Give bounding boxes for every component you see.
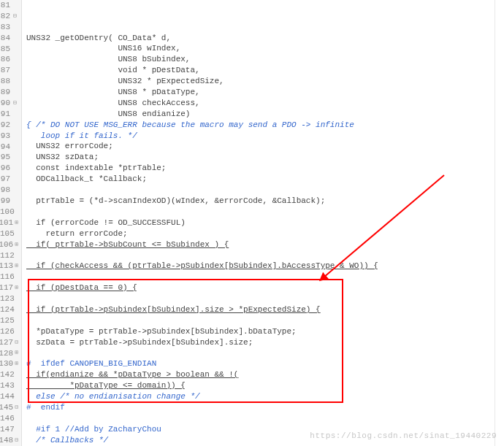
code-line[interactable]: if (pDestData == 0) { <box>26 282 504 293</box>
code-line[interactable]: UNS32 errorCode; <box>26 141 504 152</box>
line-number: 125 <box>0 315 18 326</box>
line-number: 91 <box>0 109 18 120</box>
line-number: 144 <box>0 391 18 402</box>
line-number: 116 <box>0 272 18 282</box>
line-gutter[interactable]: 8182⊟8384858687888990⊟919293949596979899… <box>0 0 22 446</box>
code-line[interactable]: UNS32 szData; <box>26 152 504 163</box>
code-line[interactable]: UNS8 endianize) <box>26 109 504 120</box>
line-number: 85 <box>0 44 18 55</box>
fold-expand-icon[interactable]: ⊞ <box>15 220 18 226</box>
code-line[interactable] <box>26 250 504 261</box>
line-number: 101⊞ <box>0 218 18 228</box>
code-line[interactable]: # ifdef CANOPEN_BIG_ENDIAN <box>26 358 504 369</box>
line-number: 127⊟ <box>0 337 18 348</box>
line-number: 105 <box>0 228 18 239</box>
line-number: 95 <box>0 152 18 163</box>
code-line[interactable]: ptrTable = (*d->scanIndexOD)(wIndex, &er… <box>26 196 504 207</box>
line-number: 113⊞ <box>0 261 18 272</box>
line-number: 117⊞ <box>0 282 18 293</box>
code-line[interactable]: UNS8 * pDataType, <box>26 87 504 98</box>
line-number: 147 <box>0 424 18 435</box>
code-line[interactable] <box>26 315 504 326</box>
code-line[interactable]: const indextable *ptrTable; <box>26 163 504 174</box>
code-line[interactable]: void * pDestData, <box>26 65 504 76</box>
line-number: 94 <box>0 142 18 153</box>
code-line[interactable]: return errorCode; <box>26 228 504 239</box>
code-line[interactable]: if (ptrTable->pSubindex[bSubindex].size … <box>26 304 504 315</box>
code-line[interactable]: ODCallback_t *Callback; <box>26 174 504 185</box>
line-number: 145⊟ <box>0 402 18 413</box>
line-number: 83 <box>0 22 18 33</box>
fold-expand-icon[interactable]: ⊞ <box>15 242 18 248</box>
code-line[interactable]: UNS32 * pExpectedSize, <box>26 76 504 87</box>
code-line[interactable]: if (checkAccess && (ptrTable->pSubindex[… <box>26 261 504 272</box>
line-number: 128⊞ <box>0 348 18 359</box>
fold-expand-icon[interactable]: ⊞ <box>15 350 18 356</box>
line-number: 93 <box>0 131 18 142</box>
fold-collapse-icon[interactable]: ⊟ <box>15 339 18 346</box>
line-number: 81 <box>0 0 18 11</box>
fold-collapse-icon[interactable]: ⊟ <box>12 100 18 107</box>
code-line[interactable]: szData = ptrTable->pSubindex[bSubindex].… <box>26 337 504 348</box>
code-line[interactable] <box>26 347 504 358</box>
code-line[interactable]: # endif <box>26 402 504 413</box>
line-number: 100 <box>0 207 18 218</box>
line-number: 89 <box>0 87 18 98</box>
line-number: 143 <box>0 380 18 391</box>
code-area[interactable]: UNS32 _getODentry( CO_Data* d, UNS16 wIn… <box>22 0 504 446</box>
fold-expand-icon[interactable]: ⊞ <box>15 263 18 269</box>
fold-expand-icon[interactable]: ⊞ <box>15 285 18 291</box>
line-number: 112 <box>0 250 18 261</box>
line-number: 130⊞ <box>0 358 18 369</box>
line-number: 88 <box>0 76 18 87</box>
fold-collapse-icon[interactable]: ⊟ <box>15 404 18 411</box>
code-line[interactable]: UNS16 wIndex, <box>26 43 504 54</box>
line-number: 106⊞ <box>0 239 18 250</box>
code-line[interactable] <box>26 185 504 196</box>
line-number: 84 <box>0 33 18 44</box>
line-number: 123 <box>0 293 18 304</box>
line-number: 82⊟ <box>0 11 18 22</box>
code-editor: 8182⊟8384858687888990⊟919293949596979899… <box>0 0 504 446</box>
line-number: 124 <box>0 304 18 315</box>
fold-collapse-icon[interactable]: ⊟ <box>12 13 18 20</box>
line-number: 99 <box>0 196 18 207</box>
line-number: 87 <box>0 65 18 76</box>
code-line[interactable] <box>26 207 504 218</box>
line-number: 148⊟ <box>0 435 18 446</box>
code-line[interactable]: else /* no endianisation change */ <box>26 391 504 402</box>
line-number: 142 <box>0 369 18 380</box>
code-line[interactable] <box>26 413 504 424</box>
code-line[interactable]: UNS8 bSubindex, <box>26 54 504 65</box>
code-line[interactable] <box>26 22 504 33</box>
code-line[interactable] <box>26 293 504 304</box>
fold-expand-icon[interactable]: ⊞ <box>15 361 18 367</box>
code-line[interactable]: { /* DO NOT USE MSG_ERR because the macr… <box>26 120 504 131</box>
line-number: 96 <box>0 163 18 174</box>
code-line[interactable]: UNS8 checkAccess, <box>26 98 504 109</box>
code-line[interactable]: UNS32 _getODentry( CO_Data* d, <box>26 33 504 44</box>
line-number: 146 <box>0 413 18 424</box>
line-number: 92 <box>0 120 18 131</box>
line-number: 98 <box>0 185 18 196</box>
line-number: 126 <box>0 326 18 337</box>
margin-line <box>495 0 495 446</box>
code-line[interactable]: if( ptrTable->bSubCount <= bSubindex ) { <box>26 239 504 250</box>
watermark: https://blog.csdn.net/sinat_19440229 <box>310 431 497 440</box>
code-line[interactable]: loop if it fails. */ <box>26 131 504 142</box>
code-line[interactable] <box>26 272 504 282</box>
code-line[interactable]: *pDataType <= domain)) { <box>26 380 504 391</box>
code-line[interactable]: *pDataType = ptrTable->pSubindex[bSubind… <box>26 326 504 337</box>
fold-collapse-icon[interactable]: ⊟ <box>15 437 18 444</box>
line-number: 90⊟ <box>0 98 18 109</box>
line-number: 97 <box>0 174 18 185</box>
code-line[interactable]: if (errorCode != OD_SUCCESSFUL) <box>26 218 504 228</box>
code-line[interactable]: if(endianize && *pDataType > boolean && … <box>26 369 504 380</box>
line-number: 86 <box>0 54 18 65</box>
